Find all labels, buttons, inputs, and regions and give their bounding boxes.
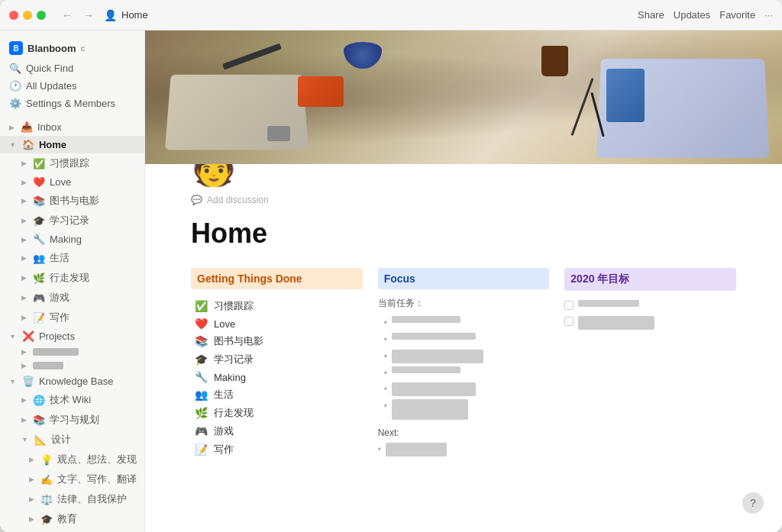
projects-label: Projects [39, 330, 75, 342]
close-button[interactable] [9, 11, 18, 20]
games-item-label: 游戏 [214, 424, 234, 438]
col-header-gtd: Getting Things Done [191, 268, 363, 289]
game-icon: 🎮 [194, 425, 208, 437]
content-area: 🧑 💬 Add discussion Home Getting Things D… [145, 31, 782, 532]
sidebar-item-writing2[interactable]: ▶ ✍️ 文字、写作、翻译 [0, 469, 144, 489]
minimize-button[interactable] [23, 11, 32, 20]
next-item-1: • [378, 441, 550, 458]
search-icon: 🔍 [9, 63, 21, 74]
write-icon: 📝 [33, 312, 45, 324]
list-item-making[interactable]: 🔧 Making [191, 369, 363, 385]
explore-label: 行走发现 [50, 271, 89, 285]
help-button[interactable]: ? [742, 492, 764, 514]
sidebar-item-love[interactable]: ▶ ❤️ Love [0, 173, 144, 191]
love-item-label: Love [214, 318, 235, 330]
forward-button[interactable]: → [79, 6, 98, 24]
sidebar-item-habit[interactable]: ▶ ✅ 习惯跟踪 [0, 153, 144, 173]
nav-section: ▶ 📥 Inbox ▼ 🏠 Home ▶ ✅ 习惯跟踪 ▶ [0, 118, 144, 529]
blurred-goal [578, 316, 654, 330]
add-discussion-label: Add discussion [207, 195, 269, 205]
writing2-label: 文字、写作、翻译 [57, 472, 137, 486]
bullet-list: • • • • [384, 314, 550, 421]
share-button[interactable]: Share [638, 9, 664, 21]
coffee-item [541, 46, 568, 76]
sidebar-item-wiki[interactable]: ▶ 🌐 技术 Wiki [0, 390, 144, 410]
updates-button[interactable]: Updates [674, 9, 710, 21]
checkbox-2[interactable] [564, 317, 574, 326]
kb-label: Knowledge Base [39, 376, 114, 387]
sidebar-item-proj2[interactable]: ▶ [0, 359, 144, 372]
sidebar-item-law[interactable]: ▶ ⚖️ 法律、自我保护 [0, 489, 144, 509]
arrow-icon: ▶ [29, 495, 34, 503]
sidebar-item-learn-plan[interactable]: ▶ 📚 学习与规划 [0, 410, 144, 430]
checkbox-1[interactable] [564, 301, 574, 310]
sidebar-item-home[interactable]: ▼ 🏠 Home [0, 136, 144, 153]
more-button[interactable]: ··· [764, 9, 773, 21]
fullscreen-button[interactable] [37, 11, 46, 20]
sidebar-item-games[interactable]: ▶ 🎮 游戏 [0, 288, 144, 308]
sidebar-item-making[interactable]: ▶ 🔧 Making [0, 231, 144, 248]
sidebar-item-proj1[interactable]: ▶ [0, 345, 144, 359]
list-item-writing[interactable]: 📝 写作 [191, 440, 363, 459]
workspace-name: Blanboom [27, 43, 76, 54]
arrow-icon: ▶ [21, 314, 27, 321]
next-label: Next: [378, 427, 550, 438]
sidebar-item-writing[interactable]: ▶ 📝 写作 [0, 308, 144, 327]
sidebar-item-inbox[interactable]: ▶ 📥 Inbox [0, 118, 144, 136]
love-label: Love [50, 176, 71, 188]
arrow-icon: ▶ [9, 124, 15, 131]
arrow-icon: ▶ [21, 254, 27, 262]
list-item-life[interactable]: 👥 生活 [191, 385, 363, 404]
back-button[interactable]: ← [58, 6, 76, 24]
list-item-games[interactable]: 🎮 游戏 [191, 422, 363, 440]
workspace-header[interactable]: B Blanboom c [0, 37, 144, 60]
sidebar-item-projects[interactable]: ▼ ❌ Projects [0, 327, 144, 345]
arrow-icon: ▶ [21, 362, 27, 369]
sidebar-item-edu[interactable]: ▶ 🎓 教育 [0, 509, 144, 529]
books-item-label: 图书与电影 [214, 334, 263, 348]
arrow-icon: ▶ [29, 476, 34, 483]
grad-icon: 🎓 [33, 215, 45, 227]
sidebar-item-kb[interactable]: ▼ 🗑️ Knowledge Base [0, 372, 144, 390]
blurred-content [392, 316, 460, 323]
pen-icon: ✍️ [40, 474, 53, 485]
home-label: Home [39, 139, 66, 150]
arrow-down-icon: ▼ [9, 378, 16, 385]
cover-image [145, 31, 782, 164]
learn-plan-label: 学习与规划 [50, 413, 99, 427]
add-page-button[interactable]: + Add a page [0, 529, 144, 532]
sidebar-quick-find[interactable]: 🔍 Quick Find [0, 60, 144, 77]
list-item-study[interactable]: 🎓 学习记录 [191, 350, 363, 369]
sidebar-settings[interactable]: ⚙️ Settings & Members [0, 95, 144, 112]
arrow-icon: ▶ [21, 179, 27, 186]
sidebar-item-study[interactable]: ▶ 🎓 学习记录 [0, 211, 144, 231]
column-getting-things-done: Getting Things Done ✅ 习惯跟踪 ❤️ Love 📚 图书与… [191, 268, 363, 459]
add-discussion-button[interactable]: 💬 Add discussion [191, 195, 736, 205]
inbox-icon: 📥 [21, 121, 33, 133]
col-header-focus: Focus [378, 268, 550, 289]
bullet-item-3: • [384, 348, 550, 365]
heart-icon: ❤️ [194, 318, 208, 330]
hdd2 [606, 69, 645, 122]
sidebar-item-design[interactable]: ▼ 📐 设计 [0, 430, 144, 450]
sidebar-item-life[interactable]: ▶ 👥 生活 [0, 248, 144, 268]
page-title-label: Home [121, 9, 148, 21]
list-item-books[interactable]: 📚 图书与电影 [191, 332, 363, 350]
workspace-suffix: c [81, 44, 86, 53]
list-item-habit[interactable]: ✅ 习惯跟踪 [191, 297, 363, 315]
sidebar-item-books[interactable]: ▶ 📚 图书与电影 [0, 191, 144, 211]
list-item-explore[interactable]: 🌿 行走发现 [191, 404, 363, 422]
design-icon: 📐 [34, 434, 47, 446]
law-icon: ⚖️ [40, 494, 53, 505]
sidebar-item-ideas[interactable]: ▶ 💡 观点、想法、发现 [0, 450, 144, 469]
wiki-label: 技术 Wiki [50, 393, 91, 407]
favorite-button[interactable]: Favorite [719, 9, 755, 21]
arrow-icon: ▶ [21, 274, 27, 282]
check-icon: ✅ [33, 158, 45, 169]
design-label: 设计 [51, 433, 71, 447]
sidebar-all-updates[interactable]: 🕐 All Updates [0, 77, 144, 95]
bullet-item-6: • [384, 398, 550, 421]
home-icon: 🏠 [22, 139, 34, 150]
sidebar-item-explore[interactable]: ▶ 🌿 行走发现 [0, 268, 144, 288]
list-item-love[interactable]: ❤️ Love [191, 315, 363, 332]
